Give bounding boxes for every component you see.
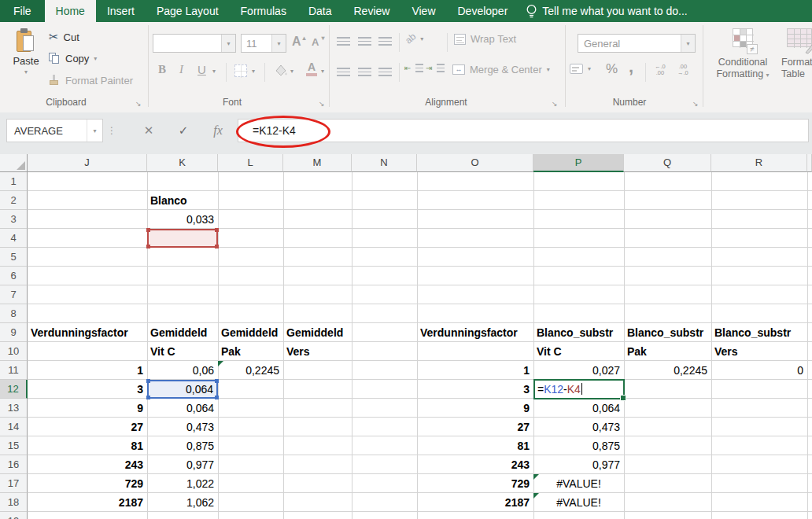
column-header-M[interactable]: M — [283, 154, 352, 172]
align-center-button[interactable] — [358, 65, 371, 79]
cell-P18[interactable]: #VALUE! — [533, 493, 624, 512]
number-format-combobox[interactable]: General ▾ — [578, 34, 696, 53]
row-header-19[interactable]: 19 — [0, 512, 28, 519]
cell-J13[interactable]: 9 — [28, 399, 147, 418]
cell-L10[interactable]: Pak — [218, 342, 283, 361]
format-painter-button[interactable]: Format Painter — [49, 72, 133, 89]
cell-L9[interactable]: Gemiddeld — [218, 323, 283, 342]
cell-K13[interactable]: 0,064 — [147, 399, 218, 418]
cell-O14[interactable]: 27 — [417, 418, 533, 436]
decrease-font-size-button[interactable]: A▾ — [312, 36, 324, 48]
paste-button[interactable]: Paste ▾ — [6, 25, 46, 93]
bold-button[interactable]: B — [158, 63, 166, 76]
cell-K3[interactable]: 0,033 — [147, 210, 218, 229]
column-header-P[interactable]: P — [533, 154, 624, 172]
tell-me-box[interactable]: Tell me what you want to do... — [526, 0, 687, 22]
orientation-button[interactable]: ab ▾ — [405, 33, 423, 44]
enter-button[interactable]: ✓ — [170, 119, 197, 142]
cell-J15[interactable]: 81 — [28, 436, 147, 455]
cell-O13[interactable]: 9 — [417, 399, 533, 418]
decrease-decimal-button[interactable]: .00→.0 — [677, 64, 688, 76]
row-header-17[interactable]: 17 — [0, 474, 28, 493]
align-left-button[interactable] — [337, 65, 350, 79]
row-header-12[interactable]: 12 — [0, 380, 28, 399]
cell-P13[interactable]: 0,064 — [533, 399, 624, 418]
cell-K10[interactable]: Vit C — [147, 342, 218, 361]
column-header-Q[interactable]: Q — [624, 154, 711, 172]
cell-O12[interactable]: 3 — [417, 380, 533, 399]
cell-K15[interactable]: 0,875 — [147, 436, 218, 455]
column-header-J[interactable]: J — [28, 154, 147, 172]
cell-P16[interactable]: 0,977 — [533, 455, 624, 474]
tab-formulas[interactable]: Formulas — [230, 0, 297, 22]
increase-indent-button[interactable]: ⇥ — [426, 64, 445, 72]
font-dialog-launcher-icon[interactable]: ↘ — [319, 100, 325, 108]
percent-style-button[interactable]: % — [606, 61, 618, 77]
comma-style-button[interactable]: , — [629, 57, 633, 77]
row-header-16[interactable]: 16 — [0, 455, 28, 474]
chevron-down-icon[interactable]: ▾ — [212, 68, 216, 75]
cell-M9[interactable]: Gemiddeld — [283, 323, 352, 342]
row-header-11[interactable]: 11 — [0, 361, 28, 380]
cell-M10[interactable]: Vers — [283, 342, 352, 361]
column-header-L[interactable]: L — [218, 154, 283, 172]
align-right-button[interactable] — [378, 65, 392, 79]
row-header-18[interactable]: 18 — [0, 493, 28, 512]
formula-input[interactable]: =K12-K4 — [238, 119, 809, 142]
row-header-14[interactable]: 14 — [0, 418, 28, 436]
tab-insert[interactable]: Insert — [96, 0, 146, 22]
row-header-8[interactable]: 8 — [0, 304, 28, 323]
row-header-3[interactable]: 3 — [0, 210, 28, 229]
align-middle-button[interactable] — [358, 35, 371, 49]
cell-P15[interactable]: 0,875 — [533, 436, 624, 455]
row-header-13[interactable]: 13 — [0, 399, 28, 418]
cell-J14[interactable]: 27 — [28, 418, 147, 436]
column-header-N[interactable]: N — [352, 154, 417, 172]
cell-O16[interactable]: 243 — [417, 455, 533, 474]
cell-O9[interactable]: Verdunningsfactor — [417, 323, 533, 342]
align-top-button[interactable] — [337, 35, 350, 49]
wrap-text-button[interactable]: Wrap Text — [454, 33, 516, 45]
cell-P17[interactable]: #VALUE! — [533, 474, 624, 493]
cell-K17[interactable]: 1,022 — [147, 474, 218, 493]
cell-K18[interactable]: 1,062 — [147, 493, 218, 512]
format-as-table-button[interactable]: Format Table — [781, 28, 812, 80]
cell-Q9[interactable]: Blanco_substr — [624, 323, 711, 342]
cell-P14[interactable]: 0,473 — [533, 418, 624, 436]
cell-P10[interactable]: Vit C — [533, 342, 624, 361]
font-name-combobox[interactable]: ▾ — [153, 34, 236, 53]
decrease-indent-button[interactable]: ⇤ — [404, 64, 423, 72]
italic-button[interactable]: I — [179, 63, 183, 76]
clipboard-dialog-launcher-icon[interactable]: ↘ — [135, 100, 142, 108]
column-header-R[interactable]: R — [711, 154, 807, 172]
borders-button[interactable] — [234, 64, 247, 80]
tab-home[interactable]: Home — [45, 0, 96, 22]
cell-K2[interactable]: Blanco — [147, 191, 218, 210]
fill-color-button[interactable] — [274, 64, 288, 80]
row-header-9[interactable]: 9 — [0, 323, 28, 342]
tab-data[interactable]: Data — [297, 0, 343, 22]
cell-J9[interactable]: Verdunningsfactor — [28, 323, 147, 342]
tab-developer[interactable]: Developer — [447, 0, 519, 22]
increase-font-size-button[interactable]: A▴ — [292, 35, 306, 49]
chevron-down-icon[interactable]: ▾ — [321, 68, 324, 75]
cell-J12[interactable]: 3 — [28, 380, 147, 399]
chevron-down-icon[interactable]: ▾ — [252, 68, 255, 75]
cell-K9[interactable]: Gemiddeld — [147, 323, 218, 342]
select-all-corner[interactable] — [0, 154, 28, 172]
insert-function-button[interactable]: fx — [205, 119, 231, 142]
tab-view[interactable]: View — [400, 0, 446, 22]
cell-P9[interactable]: Blanco_substr — [533, 323, 624, 342]
cell-O11[interactable]: 1 — [417, 361, 533, 380]
cell-R11[interactable]: 0 — [711, 361, 807, 380]
column-header-O[interactable]: O — [417, 154, 533, 172]
merge-center-button[interactable]: ↔ Merge & Center ▾ — [452, 64, 550, 75]
underline-button[interactable]: U — [197, 63, 206, 76]
cell-P11[interactable]: 0,027 — [533, 361, 624, 380]
formula-bar-splitter[interactable]: ⋮ — [105, 119, 118, 142]
cut-button[interactable]: ✂ Cut — [49, 28, 79, 46]
row-header-4[interactable]: 4 — [0, 229, 28, 248]
copy-button[interactable]: Copy ▾ — [49, 50, 97, 67]
font-size-combobox[interactable]: 11 ▾ — [241, 34, 286, 53]
row-header-1[interactable]: 1 — [0, 172, 28, 191]
